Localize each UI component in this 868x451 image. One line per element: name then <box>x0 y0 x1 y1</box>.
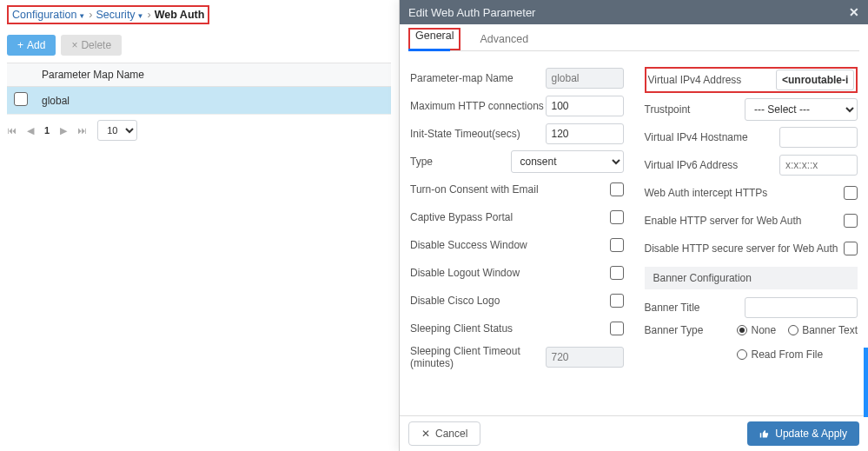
vip4host-field[interactable] <box>779 127 858 148</box>
max-http-label: Maximum HTTP connections <box>410 100 546 112</box>
chevron-down-icon: ▼ <box>78 12 85 20</box>
first-page-button[interactable]: ⏮ <box>7 125 17 136</box>
intercept-label: Web Auth intercept HTTPs <box>645 187 845 199</box>
consent-email-label: Turn-on Consent with Email <box>410 183 610 196</box>
sleep-status-label: Sleeping Client Status <box>410 322 610 335</box>
panel-title: Edit Web Auth Parameter <box>408 6 535 19</box>
disable-logo-checkbox[interactable] <box>610 294 624 308</box>
breadcrumb-current: Web Auth <box>155 9 205 21</box>
banner-type-none-radio[interactable]: None <box>737 324 776 336</box>
row-checkbox[interactable] <box>14 92 28 106</box>
banner-type-label: Banner Type <box>645 324 738 336</box>
disable-logout-label: Disable Logout Window <box>410 267 610 279</box>
breadcrumb-sep: › <box>148 9 151 21</box>
breadcrumb-link-security[interactable]: Security▼ <box>96 9 143 21</box>
next-page-button[interactable]: ▶ <box>60 125 67 136</box>
action-bar: + Add × Delete <box>7 35 391 56</box>
x-icon: × <box>71 39 77 51</box>
intercept-checkbox[interactable] <box>844 186 858 200</box>
plus-icon: + <box>17 39 23 51</box>
banner-title-field[interactable] <box>745 297 858 318</box>
close-icon[interactable]: ✕ <box>849 5 859 19</box>
trustpoint-select[interactable]: --- Select --- <box>745 98 858 121</box>
captive-bypass-label: Captive Bypass Portal <box>410 211 610 223</box>
delete-button[interactable]: × Delete <box>61 35 122 56</box>
form-col-right: Virtual IPv4 Address Trustpoint --- Sele… <box>645 62 858 412</box>
add-button[interactable]: + Add <box>7 35 56 56</box>
type-label: Type <box>410 156 511 168</box>
enable-http-label: Enable HTTP server for Web Auth <box>645 215 845 227</box>
col-parameter-map-name[interactable]: Parameter Map Name <box>35 63 391 87</box>
breadcrumb: Configuration▼ › Security▼ › Web Auth <box>7 5 209 24</box>
disable-logo-label: Disable Cisco Logo <box>410 295 610 307</box>
cancel-button[interactable]: ✕ Cancel <box>408 421 480 446</box>
banner-title-label: Banner Title <box>645 302 745 314</box>
enable-http-checkbox[interactable] <box>844 214 858 228</box>
type-select[interactable]: consent <box>511 150 624 173</box>
captive-bypass-checkbox[interactable] <box>610 210 624 224</box>
chevron-down-icon: ▼ <box>137 12 144 20</box>
vip6-label: Virtual IPv6 Address <box>645 159 780 171</box>
param-name-field <box>546 68 624 89</box>
vip4host-label: Virtual IPv4 Hostname <box>645 131 780 143</box>
x-icon: ✕ <box>421 428 430 440</box>
tab-advanced[interactable]: Advanced <box>478 28 530 50</box>
page-number: 1 <box>44 125 50 136</box>
pager: ⏮ ◀ 1 ▶ ⏭ 10 <box>7 120 391 141</box>
sleep-status-checkbox[interactable] <box>610 322 624 335</box>
disable-https-checkbox[interactable] <box>844 242 858 255</box>
thumb-up-icon <box>759 428 770 439</box>
disable-success-checkbox[interactable] <box>610 238 624 252</box>
panel-header: Edit Web Auth Parameter ✕ <box>400 0 868 24</box>
max-http-field[interactable] <box>546 96 624 116</box>
tabs: General Advanced <box>400 24 868 50</box>
disable-https-label: Disable HTTP secure server for Web Auth <box>645 242 845 255</box>
page-size-select[interactable]: 10 <box>97 120 137 141</box>
tab-general[interactable]: General <box>414 24 455 47</box>
prev-page-button[interactable]: ◀ <box>27 125 34 136</box>
param-name-label: Parameter-map Name <box>410 72 546 84</box>
disable-success-label: Disable Success Window <box>410 239 610 251</box>
vip4-label: Virtual IPv4 Address <box>648 74 777 86</box>
init-timeout-field[interactable] <box>546 123 624 144</box>
accent-bar <box>864 348 868 417</box>
cell-name: global <box>35 87 391 115</box>
consent-email-checkbox[interactable] <box>610 182 624 196</box>
edit-panel: Edit Web Auth Parameter ✕ General Advanc… <box>399 0 868 451</box>
last-page-button[interactable]: ⏭ <box>77 125 87 136</box>
vip6-field[interactable] <box>779 155 858 176</box>
banner-type-text-radio[interactable]: Banner Text <box>788 324 858 336</box>
sleep-timeout-label: Sleeping Client Timeout (minutes) <box>410 345 546 369</box>
panel-footer: ✕ Cancel Update & Apply <box>400 415 868 451</box>
form-col-left: Parameter-map Name Maximum HTTP connecti… <box>410 62 624 412</box>
vip4-field[interactable] <box>776 70 854 90</box>
parameter-map-table: Parameter Map Name global <box>7 63 391 115</box>
table-row[interactable]: global <box>7 87 391 115</box>
select-all-col[interactable] <box>7 63 35 87</box>
sleep-timeout-field[interactable] <box>546 347 624 368</box>
banner-type-file-radio[interactable]: Read From File <box>737 348 823 361</box>
banner-section-title: Banner Configuration <box>645 267 858 289</box>
breadcrumb-link-configuration[interactable]: Configuration▼ <box>12 9 85 21</box>
init-timeout-label: Init-State Timeout(secs) <box>410 128 546 140</box>
disable-logout-checkbox[interactable] <box>610 266 624 280</box>
trustpoint-label: Trustpoint <box>645 103 745 116</box>
breadcrumb-sep: › <box>89 9 92 21</box>
update-apply-button[interactable]: Update & Apply <box>747 421 859 446</box>
